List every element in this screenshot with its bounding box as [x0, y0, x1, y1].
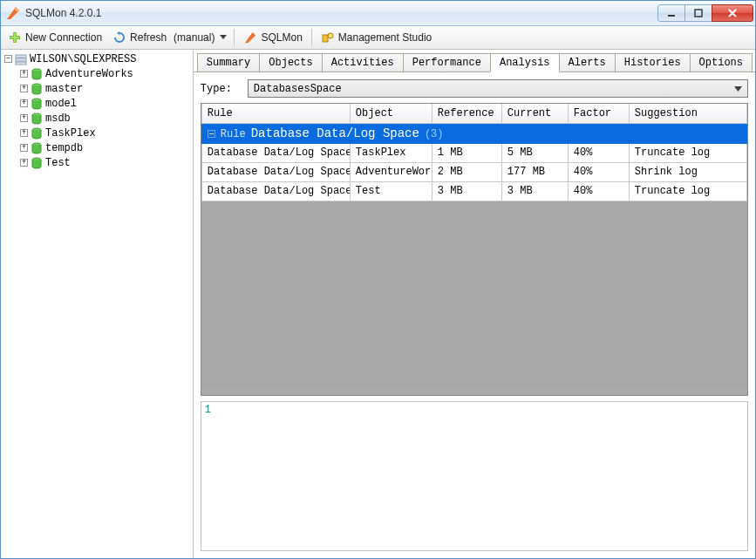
window-title: SQLMon 4.2.0.1	[25, 7, 101, 19]
plus-icon	[8, 31, 22, 44]
analysis-grid[interactable]: RuleObjectReferenceCurrentFactorSuggesti…	[201, 103, 748, 396]
management-studio-label: Management Studio	[338, 31, 432, 44]
window-controls	[658, 4, 755, 22]
svg-rect-11	[323, 35, 328, 42]
tab-summary[interactable]: Summary	[197, 53, 260, 72]
group-count: (3)	[425, 128, 444, 140]
cell-reference: 2 MB	[432, 162, 501, 181]
table-row[interactable]: Database Data/Log SpaceAdventureWorks2 M…	[201, 162, 746, 181]
tree-db[interactable]: +Test	[20, 155, 193, 170]
tree-db[interactable]: +TaskPlex	[20, 126, 193, 140]
cell-suggestion: Truncate log	[629, 143, 746, 162]
toolbar-separator	[234, 29, 235, 46]
cell-rule: Database Data/Log Space	[201, 143, 350, 162]
chevron-down-icon	[734, 83, 742, 95]
svg-rect-14	[16, 58, 26, 61]
expand-icon[interactable]: +	[20, 129, 28, 137]
expand-icon[interactable]: +	[20, 159, 28, 167]
server-icon	[14, 52, 28, 66]
expand-icon[interactable]: +	[20, 114, 28, 122]
type-row: Type: DatabasesSpace	[194, 72, 755, 103]
group-title: Database Data/Log Space	[251, 126, 419, 140]
refresh-label: Refresh	[130, 31, 167, 44]
tab-strip: SummaryObjectsActivitiesPerformanceAnaly…	[194, 50, 755, 72]
new-connection-button[interactable]: New Connection	[4, 29, 106, 46]
group-collapse-icon[interactable]	[208, 130, 215, 138]
cell-rule: Database Data/Log Space	[201, 181, 350, 201]
tree-db[interactable]: +AdventureWorks	[20, 66, 193, 81]
tree-db-label: msdb	[45, 112, 71, 125]
column-header[interactable]: Rule	[201, 104, 350, 123]
cell-factor: 40%	[568, 162, 629, 181]
tab-options[interactable]: Options	[690, 53, 753, 72]
type-value: DatabasesSpace	[254, 83, 342, 95]
tab-activities[interactable]: Activities	[322, 53, 404, 72]
tab-histories[interactable]: Histories	[615, 53, 691, 72]
tree-root[interactable]: − WILSON\SQLEXPRESS	[4, 51, 193, 66]
type-label: Type:	[201, 83, 248, 95]
tree-db-label: AdventureWorks	[45, 68, 133, 80]
object-explorer[interactable]: − WILSON\SQLEXPRESS +AdventureWorks+mast…	[1, 50, 194, 558]
tree-db-label: model	[45, 98, 77, 110]
tab-performance[interactable]: Performance	[403, 53, 491, 72]
app-icon	[6, 6, 20, 20]
database-icon	[30, 67, 44, 81]
svg-rect-13	[16, 55, 26, 58]
tree-db-label: Test	[45, 157, 71, 169]
management-studio-icon	[321, 31, 335, 44]
tree-db[interactable]: +model	[20, 96, 193, 111]
cell-reference: 3 MB	[432, 181, 501, 201]
group-keyword: Rule	[221, 128, 246, 140]
new-connection-label: New Connection	[25, 31, 102, 44]
close-button[interactable]	[712, 4, 753, 22]
management-studio-button[interactable]: Management Studio	[317, 29, 435, 46]
content-area: SummaryObjectsActivitiesPerformanceAnaly…	[194, 50, 755, 558]
tab-objects[interactable]: Objects	[259, 53, 322, 72]
tree-db[interactable]: +tempdb	[20, 140, 193, 155]
column-header[interactable]: Suggestion	[629, 104, 746, 123]
database-icon	[30, 82, 44, 96]
cell-factor: 40%	[568, 143, 629, 162]
database-icon	[30, 112, 44, 126]
database-icon	[30, 141, 44, 155]
column-header[interactable]: Object	[350, 104, 432, 123]
table-row[interactable]: Database Data/Log SpaceTest3 MB3 MB40%Tr…	[201, 181, 746, 201]
refresh-mode-label: (manual)	[174, 31, 215, 44]
expand-icon[interactable]: +	[20, 70, 28, 78]
cell-object: AdventureWorks	[350, 162, 432, 181]
tree-db-label: tempdb	[45, 142, 83, 154]
collapse-icon[interactable]: −	[4, 55, 12, 63]
svg-marker-8	[117, 31, 119, 35]
tree-db-label: master	[45, 83, 83, 95]
log-area[interactable]: 1	[201, 401, 748, 551]
table-row[interactable]: Database Data/Log SpaceTaskPlex1 MB5 MB4…	[201, 143, 746, 162]
cell-current: 5 MB	[501, 143, 568, 162]
column-header[interactable]: Reference	[432, 104, 501, 123]
type-combobox[interactable]: DatabasesSpace	[248, 79, 748, 98]
tree-db[interactable]: +msdb	[20, 111, 193, 126]
main-area: − WILSON\SQLEXPRESS +AdventureWorks+mast…	[1, 50, 755, 558]
minimize-button[interactable]	[657, 4, 685, 22]
column-header[interactable]: Current	[501, 104, 568, 123]
sqlmon-icon	[243, 31, 257, 44]
cell-rule: Database Data/Log Space	[201, 162, 350, 181]
svg-marker-10	[245, 32, 255, 43]
expand-icon[interactable]: +	[20, 144, 28, 152]
refresh-button[interactable]: Refresh	[109, 29, 170, 46]
cell-suggestion: Shrink log	[629, 162, 746, 181]
tree-db[interactable]: +master	[20, 81, 193, 96]
svg-marker-9	[220, 35, 227, 39]
log-line-number: 1	[205, 404, 211, 416]
svg-rect-3	[695, 10, 702, 17]
sqlmon-label: SQLMon	[261, 31, 302, 44]
expand-icon[interactable]: +	[20, 85, 28, 92]
tab-alerts[interactable]: Alerts	[559, 53, 616, 72]
tab-analysis[interactable]: Analysis	[490, 53, 560, 72]
svg-rect-7	[10, 37, 19, 38]
maximize-button[interactable]	[684, 4, 712, 22]
grid-group-row[interactable]: RuleDatabase Data/Log Space(3)	[201, 123, 746, 143]
column-header[interactable]: Factor	[568, 104, 629, 123]
refresh-mode-dropdown[interactable]	[218, 35, 228, 40]
expand-icon[interactable]: +	[20, 99, 28, 107]
sqlmon-button[interactable]: SQLMon	[240, 29, 305, 46]
